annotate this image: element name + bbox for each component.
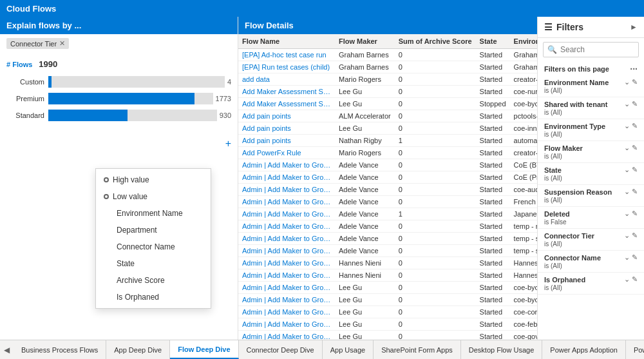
- filter-item[interactable]: Deleted ⌄ ✎ is False: [538, 207, 644, 229]
- table-column-header[interactable]: Flow Name: [238, 34, 335, 49]
- filter-item[interactable]: Is Orphaned ⌄ ✎ is (All): [538, 273, 644, 295]
- table-row[interactable]: Admin | Add Maker to GroupAdele Vance0St…: [238, 220, 537, 233]
- table-row[interactable]: Add pain pointsNathan Rigby1Startedautom…: [238, 135, 537, 147]
- filter-edit-icon[interactable]: ✎: [632, 253, 638, 262]
- table-row[interactable]: Admin | Add Maker to GroupLee Gu0Started…: [238, 318, 537, 331]
- table-row[interactable]: Add pain pointsALM Accelerator0Startedpc…: [238, 110, 537, 122]
- filter-edit-icon[interactable]: ✎: [632, 231, 638, 240]
- bar-item[interactable]: Premium 1773: [6, 93, 231, 104]
- flow-name-cell[interactable]: Admin | Add Maker to Group: [238, 233, 335, 245]
- filter-edit-icon[interactable]: ✎: [632, 275, 638, 284]
- flow-name-cell[interactable]: Admin | Add Maker to Group: [238, 159, 335, 171]
- filter-item[interactable]: Shared with tenant ⌄ ✎ is (All): [538, 97, 644, 119]
- flow-name-cell[interactable]: Add pain points: [238, 110, 335, 122]
- filter-chevron-icon[interactable]: ⌄: [624, 78, 630, 86]
- filter-edit-icon[interactable]: ✎: [632, 144, 638, 152]
- close-badge-button[interactable]: ✕: [59, 39, 65, 48]
- table-row[interactable]: Admin | Add Maker to GroupAdele Vance0St…: [238, 159, 537, 171]
- dropdown-item[interactable]: Is Orphaned: [96, 289, 211, 306]
- table-column-header[interactable]: Environment Name: [510, 34, 537, 49]
- filter-edit-icon[interactable]: ✎: [632, 166, 638, 174]
- table-row[interactable]: [EPA] Run test cases (child)Graham Barne…: [238, 61, 537, 73]
- table-row[interactable]: Admin | Add Maker to GroupHannes Nieni0S…: [238, 257, 537, 269]
- flow-name-cell[interactable]: [EPA] Run test cases (child): [238, 61, 335, 73]
- table-row[interactable]: Admin | Add Maker to GroupAdele Vance0St…: [238, 184, 537, 196]
- flow-name-cell[interactable]: Add PowerFx Rule: [238, 147, 335, 159]
- flow-name-cell[interactable]: Add pain points: [238, 135, 335, 147]
- dropdown-item[interactable]: Low value: [96, 188, 211, 205]
- tab-item[interactable]: Flow Deep Dive: [170, 340, 238, 359]
- tab-item[interactable]: Desktop Flow Usage: [461, 340, 543, 359]
- filter-edit-icon[interactable]: ✎: [632, 188, 638, 196]
- filter-chevron-icon[interactable]: ⌄: [624, 144, 630, 152]
- flow-name-cell[interactable]: Admin | Add Maker to Group: [238, 306, 335, 318]
- table-column-header[interactable]: Sum of Archive Score: [395, 34, 476, 49]
- search-input[interactable]: [543, 42, 639, 57]
- flow-name-cell[interactable]: Admin | Add Maker to Group: [238, 282, 335, 294]
- table-row[interactable]: Admin | Add Maker to GroupAdele Vance0St…: [238, 233, 537, 245]
- filter-chevron-icon[interactable]: ⌄: [624, 231, 630, 240]
- table-row[interactable]: Admin | Add Maker to GroupLee Gu0Started…: [238, 331, 537, 340]
- filter-item[interactable]: State ⌄ ✎ is (All): [538, 163, 644, 185]
- table-row[interactable]: Add PowerFx RuleMario Rogers0Startedcrea…: [238, 147, 537, 159]
- flow-name-cell[interactable]: Admin | Add Maker to Group: [238, 196, 335, 208]
- tab-item[interactable]: Power: [626, 340, 644, 359]
- table-row[interactable]: Add Maker Assessment Starter DataLee Gu0…: [238, 86, 537, 98]
- filters-more-icon[interactable]: ···: [630, 64, 638, 74]
- filter-item[interactable]: Environment Name ⌄ ✎ is (All): [538, 75, 644, 97]
- filter-item[interactable]: Connector Name ⌄ ✎ is (All): [538, 251, 644, 273]
- table-row[interactable]: Admin | Add Maker to GroupAdele Vance1St…: [238, 208, 537, 220]
- filter-chevron-icon[interactable]: ⌄: [624, 166, 630, 174]
- flow-name-cell[interactable]: add data: [238, 73, 335, 86]
- flow-name-cell[interactable]: Admin | Add Maker to Group: [238, 331, 335, 340]
- filter-item[interactable]: Connector Tier ⌄ ✎ is (All): [538, 229, 644, 251]
- flow-name-cell[interactable]: Admin | Add Maker to Group: [238, 269, 335, 282]
- flow-name-cell[interactable]: Admin | Add Maker to Group: [238, 184, 335, 196]
- table-row[interactable]: Admin | Add Maker to GroupHannes Nieni0S…: [238, 269, 537, 282]
- dropdown-item[interactable]: Connector Name: [96, 238, 211, 255]
- flow-table-container[interactable]: Flow NameFlow MakerSum of Archive ScoreS…: [238, 34, 537, 340]
- table-column-header[interactable]: Flow Maker: [335, 34, 395, 49]
- table-row[interactable]: Admin | Add Maker to GroupLee Gu0Started…: [238, 282, 537, 294]
- filter-edit-icon[interactable]: ✎: [632, 209, 638, 218]
- flow-name-cell[interactable]: Admin | Add Maker to Group: [238, 208, 335, 220]
- table-row[interactable]: Add Maker Assessment Starter DataLee Gu0…: [238, 98, 537, 110]
- dropdown-item[interactable]: High value: [96, 171, 211, 188]
- bar-item[interactable]: Standard 930: [6, 110, 231, 121]
- tab-item[interactable]: Power Apps Adoption: [542, 340, 626, 359]
- filter-edit-icon[interactable]: ✎: [632, 100, 638, 108]
- table-column-header[interactable]: State: [476, 34, 510, 49]
- flow-name-cell[interactable]: Admin | Add Maker to Group: [238, 171, 335, 184]
- tab-item[interactable]: App Usage: [323, 340, 374, 359]
- flow-name-cell[interactable]: Admin | Add Maker to Group: [238, 257, 335, 269]
- flow-name-cell[interactable]: Admin | Add Maker to Group: [238, 220, 335, 233]
- tab-item[interactable]: App Deep Dive: [106, 340, 170, 359]
- table-row[interactable]: add dataMario Rogers0Startedcreator-kit-…: [238, 73, 537, 86]
- filter-item[interactable]: Suspension Reason ⌄ ✎ is (All): [538, 185, 644, 207]
- flow-name-cell[interactable]: [EPA] Ad-hoc test case run: [238, 49, 335, 61]
- flow-name-cell[interactable]: Add Maker Assessment Starter Data: [238, 86, 335, 98]
- bar-item[interactable]: Custom 4: [6, 76, 231, 88]
- dropdown-item[interactable]: Department: [96, 222, 211, 238]
- table-row[interactable]: Admin | Add Maker to GroupLee Gu0Started…: [238, 306, 537, 318]
- filter-edit-icon[interactable]: ✎: [632, 122, 638, 130]
- flow-name-cell[interactable]: Add Maker Assessment Starter Data: [238, 98, 335, 110]
- table-row[interactable]: Add pain pointsLee Gu0Startedcoe-innovat…: [238, 122, 537, 135]
- flow-name-cell[interactable]: Add pain points: [238, 122, 335, 135]
- table-row[interactable]: [EPA] Ad-hoc test case runGraham Barnes0…: [238, 49, 537, 61]
- dropdown-item[interactable]: State: [96, 255, 211, 272]
- filter-chevron-icon[interactable]: ⌄: [624, 100, 630, 108]
- add-dimension-button[interactable]: +: [225, 138, 231, 150]
- filter-edit-icon[interactable]: ✎: [632, 78, 638, 86]
- tab-item[interactable]: Business Process Flows: [14, 340, 106, 359]
- table-row[interactable]: Admin | Add Maker to GroupAdele Vance0St…: [238, 171, 537, 184]
- dropdown-item[interactable]: Archive Score: [96, 272, 211, 289]
- filters-list[interactable]: Environment Name ⌄ ✎ is (All) Shared wit…: [538, 75, 644, 340]
- filter-chevron-icon[interactable]: ⌄: [624, 253, 630, 262]
- filter-item[interactable]: Environment Type ⌄ ✎ is (All): [538, 119, 644, 141]
- tab-item[interactable]: Connector Deep Dive: [239, 340, 323, 359]
- flow-name-cell[interactable]: Admin | Add Maker to Group: [238, 294, 335, 306]
- table-row[interactable]: Admin | Add Maker to GroupAdele Vance0St…: [238, 245, 537, 257]
- flow-name-cell[interactable]: Admin | Add Maker to Group: [238, 318, 335, 331]
- tab-nav-left-button[interactable]: ◀: [0, 340, 14, 359]
